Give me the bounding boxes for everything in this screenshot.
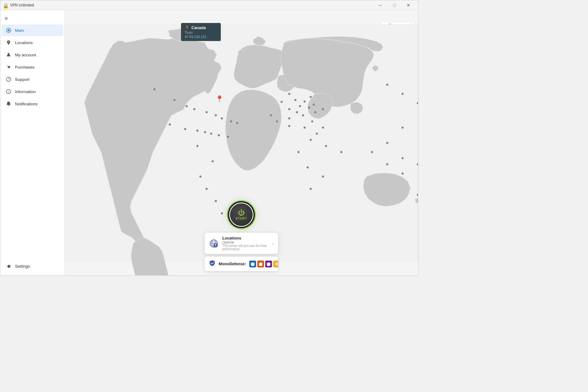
- map-dot: [215, 200, 217, 202]
- settings-icon: [6, 263, 11, 269]
- locations-panel-button[interactable]: Locations Optimal This server will give …: [205, 233, 278, 254]
- map-dot: [294, 99, 296, 101]
- maximize-button[interactable]: □: [387, 0, 401, 10]
- map-dot: [270, 114, 272, 116]
- svg-text:?: ?: [8, 78, 10, 81]
- map-dot: [230, 120, 232, 123]
- map-dot: [227, 136, 229, 138]
- sidebar-item-my-account[interactable]: My account: [2, 49, 63, 61]
- start-button[interactable]: ⏻ START: [229, 202, 254, 227]
- map-dot: [386, 84, 388, 86]
- map-dot: [401, 93, 404, 95]
- map-dot: [288, 125, 290, 127]
- canada-tooltip: 📍 Canada Truro 47.54.123.122: [181, 23, 221, 41]
- map-dot: [322, 175, 324, 178]
- map-dot: [325, 145, 327, 147]
- canada-ip: 47.54.123.122: [185, 35, 217, 39]
- map-dot: [386, 163, 388, 165]
- map-dot: [340, 151, 342, 153]
- locations-title: Locations: [222, 236, 269, 240]
- map-dot: [310, 139, 312, 141]
- map-dot: [322, 126, 324, 129]
- map-dot: [153, 88, 156, 90]
- sidebar-item-information[interactable]: i Information: [2, 86, 63, 97]
- sidebar-item-purchases[interactable]: Purchases: [2, 61, 63, 73]
- start-button-container: ⏻ START: [229, 202, 254, 227]
- map-dot: [401, 126, 404, 129]
- map-dot: [417, 102, 418, 104]
- start-label: START: [236, 217, 247, 220]
- map-dot: [218, 134, 220, 136]
- power-icon: ⏻: [238, 209, 245, 216]
- map-dot: [308, 107, 310, 109]
- sidebar-menu-button[interactable]: ≡: [0, 13, 64, 24]
- svg-point-4: [9, 68, 10, 69]
- map-dot: [401, 157, 404, 159]
- map-dot: [386, 142, 388, 144]
- canada-city: Truro: [185, 31, 217, 34]
- map-dot: [307, 166, 309, 168]
- map-dot: [322, 108, 324, 110]
- app-title: VPN Unlimited: [10, 3, 34, 7]
- sidebar-item-main[interactable]: Main: [2, 24, 63, 36]
- notifications-icon: [6, 101, 11, 107]
- canada-country: Canada: [191, 25, 206, 30]
- map-dot: [302, 114, 304, 116]
- main-content: Disconnected: [65, 10, 418, 276]
- minimize-button[interactable]: ─: [373, 0, 387, 10]
- sidebar-item-locations[interactable]: Locations: [2, 37, 63, 48]
- map-dot: [303, 126, 306, 129]
- app-icon: 🔒: [3, 3, 8, 8]
- map-dot: [173, 99, 175, 101]
- map-dot: [205, 111, 208, 113]
- purchases-icon: [6, 64, 11, 70]
- map-dot: [310, 188, 312, 190]
- map-dot: [236, 122, 238, 124]
- map-dot: [221, 212, 223, 214]
- canada-tooltip-header: 📍 Canada: [185, 25, 217, 30]
- monodefense-icon-3: [265, 261, 272, 267]
- svg-point-1: [8, 29, 9, 31]
- map-dot: [186, 105, 188, 107]
- monodefense-app-icons: [249, 261, 278, 267]
- map-dot: [221, 117, 223, 119]
- map-dot: [401, 172, 404, 175]
- map-dot: [210, 133, 212, 135]
- map-dot: [281, 101, 283, 103]
- monodefense-button[interactable]: MonoDefense:: [205, 257, 278, 271]
- locations-icon: [6, 40, 11, 45]
- sidebar-item-notifications-label: Notifications: [15, 102, 38, 106]
- sidebar-item-settings[interactable]: Settings: [2, 260, 63, 272]
- monodefense-icon-2: [257, 261, 264, 267]
- map-dot: [196, 130, 198, 132]
- sidebar-item-locations-label: Locations: [15, 40, 33, 45]
- sidebar-bottom: Settings: [0, 260, 64, 276]
- map-dot: [204, 131, 206, 133]
- window-controls: ─ □ ✕: [373, 0, 416, 10]
- close-button[interactable]: ✕: [401, 0, 416, 10]
- locations-text: Locations Optimal This server will give …: [222, 236, 269, 251]
- main-icon: [6, 28, 11, 33]
- locations-optimal: Optimal: [222, 240, 269, 244]
- map-dot: [169, 123, 171, 126]
- map-dot: [313, 104, 315, 106]
- map-dot: [288, 93, 290, 95]
- sidebar-item-notifications[interactable]: Notifications: [2, 98, 63, 110]
- sidebar-item-support[interactable]: ? Support: [2, 74, 63, 85]
- monodefense-shield-icon: [209, 260, 216, 268]
- sidebar-item-main-label: Main: [15, 28, 24, 33]
- sidebar-item-support-label: Support: [15, 77, 29, 82]
- map-dot: [288, 117, 290, 119]
- svg-point-3: [8, 68, 9, 69]
- sidebar: ≡ Main Locations My account Purchases: [0, 10, 65, 276]
- locations-globe-icon: [209, 239, 219, 248]
- information-icon: i: [6, 89, 11, 94]
- map-dot: [314, 111, 316, 113]
- sidebar-item-purchases-label: Purchases: [15, 65, 35, 70]
- monodefense-panel: MonoDefense:: [205, 257, 278, 271]
- map-dot: [288, 108, 290, 110]
- map-dot: [297, 151, 300, 153]
- map-dot: [276, 120, 278, 123]
- map-container: 📍 📍 Canada Truro 47.54.123.122 ⏻ START: [65, 10, 418, 276]
- map-dot: [417, 163, 418, 165]
